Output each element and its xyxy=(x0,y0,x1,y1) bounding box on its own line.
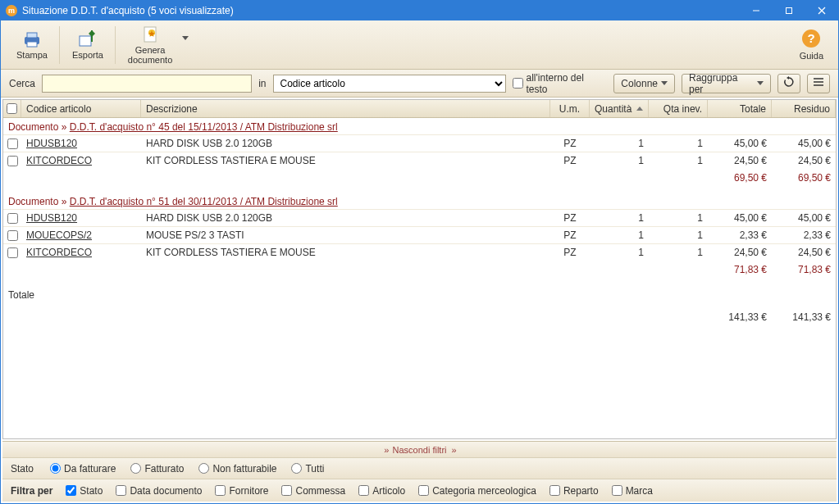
search-label: Cerca xyxy=(9,78,35,89)
refresh-icon xyxy=(783,76,795,90)
code-link[interactable]: KITCORDECO xyxy=(26,247,92,258)
cell-qty: 1 xyxy=(590,227,649,243)
row-checkbox[interactable] xyxy=(7,213,18,224)
row-check-cell[interactable] xyxy=(3,227,21,243)
in-label: in xyxy=(258,78,266,89)
cell-qty: 1 xyxy=(590,135,649,152)
cell-desc: KIT CORDLESS TASTIERA E MOUSE xyxy=(141,244,550,261)
group-by-button[interactable]: Raggruppa per xyxy=(682,74,771,93)
inside-text-check[interactable]: all'interno del testo xyxy=(513,72,608,95)
table-row[interactable]: HDUSB120HARD DISK USB 2.0 120GBPZ1145,00… xyxy=(3,209,836,226)
close-button[interactable] xyxy=(805,1,838,20)
row-check-cell[interactable] xyxy=(3,135,21,152)
filter-stato-label: Stato xyxy=(11,463,34,474)
row-check-cell[interactable] xyxy=(3,210,21,226)
cell-um: PZ xyxy=(550,135,590,152)
subtotal-residuo: 69,50 € xyxy=(772,169,836,186)
code-link[interactable]: KITCORDECO xyxy=(26,155,92,166)
row-checkbox[interactable] xyxy=(7,230,18,241)
svg-rect-6 xyxy=(27,42,37,47)
chk-stato[interactable]: Stato xyxy=(66,485,103,497)
window-controls xyxy=(740,1,838,20)
cell-total: 45,00 € xyxy=(708,135,772,152)
row-checkbox[interactable] xyxy=(7,156,18,166)
svg-rect-7 xyxy=(80,36,91,46)
table-row[interactable]: KITCORDECOKIT CORDLESS TASTIERA E MOUSEP… xyxy=(3,243,836,261)
hamburger-icon xyxy=(813,77,824,89)
group-link[interactable]: D.D.T. d'acquisto n° 45 del 15/11/2013 /… xyxy=(70,121,338,133)
chk-commessa[interactable]: Commessa xyxy=(281,485,345,497)
row-check-cell[interactable] xyxy=(3,152,21,169)
grand-total-residuo: 141,33 € xyxy=(772,307,836,327)
data-grid: Codice articolo Descrizione U.m. Quantit… xyxy=(2,99,837,439)
chk-categoria-merceologica[interactable]: Categoria merceologica xyxy=(418,485,536,497)
table-row[interactable]: KITCORDECOKIT CORDLESS TASTIERA E MOUSEP… xyxy=(3,152,836,169)
cell-qty: 1 xyxy=(590,244,649,261)
group-subtotal: 69,50 €69,50 € xyxy=(3,169,836,186)
chk-data-documento[interactable]: Data documento xyxy=(116,485,202,497)
row-check-cell[interactable] xyxy=(3,244,21,261)
maximize-button[interactable] xyxy=(773,1,805,20)
header-qty[interactable]: Quantità xyxy=(590,100,649,117)
export-button[interactable]: Esporta xyxy=(63,28,112,61)
group-header: Documento » D.D.T. d'acquisto n° 51 del … xyxy=(3,193,836,209)
header-desc[interactable]: Descrizione xyxy=(141,100,550,117)
group-header: Documento » D.D.T. d'acquisto n° 45 del … xyxy=(3,118,836,134)
row-checkbox[interactable] xyxy=(7,138,18,149)
gendoc-icon xyxy=(139,25,162,44)
cell-desc: MOUSE PS/2 3 TASTI xyxy=(141,227,550,243)
filter-stato-row: Stato Da fatturare Fatturato Non fattura… xyxy=(2,457,837,479)
radio-da-fatturare[interactable]: Da fatturare xyxy=(50,463,116,474)
cell-residuo: 2,33 € xyxy=(772,227,836,243)
cell-um: PZ xyxy=(550,244,590,261)
cell-total: 24,50 € xyxy=(708,152,772,169)
select-all-checkbox[interactable] xyxy=(7,103,17,114)
cell-code: HDUSB120 xyxy=(21,135,141,152)
svg-text:?: ? xyxy=(808,31,815,45)
header-code[interactable]: Codice articolo xyxy=(21,100,141,117)
generate-doc-button[interactable]: Genera documento xyxy=(119,23,180,66)
chk-fornitore[interactable]: Fornitore xyxy=(215,485,268,497)
cell-um: PZ xyxy=(550,152,590,169)
search-input[interactable] xyxy=(42,75,252,93)
header-qtainev[interactable]: Qta inev. xyxy=(649,100,708,117)
table-row[interactable]: MOUECOPS/2MOUSE PS/2 3 TASTIPZ112,33 €2,… xyxy=(3,226,836,243)
chk-articolo[interactable]: Articolo xyxy=(358,485,405,497)
cell-code: HDUSB120 xyxy=(21,210,141,226)
row-checkbox[interactable] xyxy=(7,247,18,258)
table-row[interactable]: HDUSB120HARD DISK USB 2.0 120GBPZ1145,00… xyxy=(3,134,836,152)
code-link[interactable]: HDUSB120 xyxy=(26,212,77,224)
print-button[interactable]: Stampa xyxy=(7,28,56,61)
chk-marca[interactable]: Marca xyxy=(612,485,653,497)
cell-residuo: 45,00 € xyxy=(772,210,836,226)
code-link[interactable]: HDUSB120 xyxy=(26,138,77,149)
minimize-button[interactable] xyxy=(740,1,773,20)
group-link[interactable]: D.D.T. d'acquisto n° 51 del 30/11/2013 /… xyxy=(70,196,338,207)
toolbar-sep xyxy=(59,26,60,64)
header-residuo[interactable]: Residuo xyxy=(772,100,836,117)
search-field-combo[interactable]: Codice articolo xyxy=(273,75,506,93)
chk-reparto[interactable]: Reparto xyxy=(549,485,599,497)
refresh-button[interactable] xyxy=(777,74,800,93)
header-total[interactable]: Totale xyxy=(708,100,772,117)
menu-button[interactable] xyxy=(807,74,830,93)
subtotal-total: 71,83 € xyxy=(708,261,772,278)
radio-tutti[interactable]: Tutti xyxy=(291,463,324,474)
svg-rect-1 xyxy=(787,8,792,14)
cell-code: KITCORDECO xyxy=(21,152,141,169)
help-button[interactable]: ? Guida xyxy=(791,27,832,62)
radio-fatturato[interactable]: Fatturato xyxy=(130,463,184,474)
select-all-cell[interactable] xyxy=(3,100,21,117)
main-toolbar: Stampa Esporta Genera documento ? Guida xyxy=(1,20,838,70)
radio-non-fatturabile[interactable]: Non fatturabile xyxy=(198,463,276,474)
inside-text-checkbox[interactable] xyxy=(513,78,523,89)
double-chevron-down-icon: » xyxy=(384,445,387,455)
hide-filters-bar[interactable]: » Nascondi filtri » xyxy=(2,441,837,457)
code-link[interactable]: MOUECOPS/2 xyxy=(26,229,92,241)
header-um[interactable]: U.m. xyxy=(550,100,590,117)
cell-um: PZ xyxy=(550,227,590,243)
help-icon: ? xyxy=(801,29,821,51)
svg-rect-5 xyxy=(27,33,37,38)
columns-button[interactable]: Colonne xyxy=(613,74,675,93)
group-subtotal: 71,83 €71,83 € xyxy=(3,261,836,278)
